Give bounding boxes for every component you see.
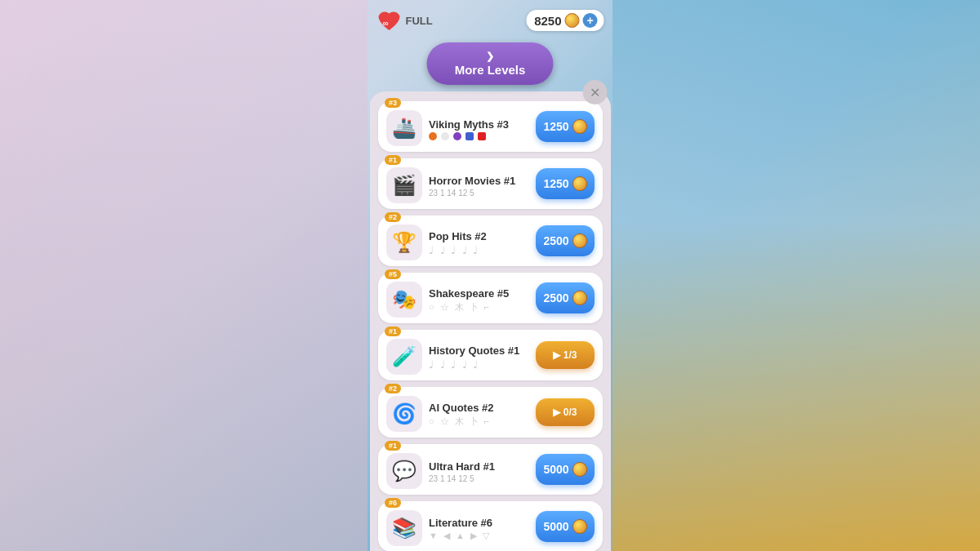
coin-icon bbox=[572, 291, 586, 305]
level-icon: 🧪 bbox=[386, 339, 422, 375]
level-info: Shakespeare #5○ ☆ 木 卜 ⌐ bbox=[429, 282, 529, 313]
level-icon: 🚢 bbox=[386, 110, 422, 146]
level-icon: 📚 bbox=[386, 510, 422, 546]
list-item: #1🎬Horror Movies #123 1 14 12 51250 bbox=[378, 158, 603, 209]
header: ∞ FULL 8250 + bbox=[370, 0, 611, 41]
list-item: #1🧪History Quotes #1♩ ♩ ♩ ♩ ♩▶ 1/3 bbox=[378, 330, 603, 380]
level-icon: 🌀 bbox=[386, 396, 422, 432]
level-sub: ▼ ◀ ▲ ▶ ▽ bbox=[429, 531, 529, 541]
level-badge: #2 bbox=[385, 212, 401, 222]
dot-icon bbox=[478, 132, 486, 140]
list-item: #6📚Literature #6▼ ◀ ▲ ▶ ▽5000 bbox=[378, 501, 603, 551]
reward-button[interactable]: 2500 bbox=[536, 282, 595, 313]
level-name: Ultra Hard #1 bbox=[429, 460, 529, 473]
level-info: Viking Myths #3 bbox=[429, 113, 529, 140]
coin-icon bbox=[572, 119, 586, 134]
level-sub: 23 1 14 12 5 bbox=[429, 474, 529, 483]
list-item: #2🌀AI Quotes #2○ ☆ 木 卜 ⌐▶ 0/3 bbox=[378, 387, 603, 438]
reward-button[interactable]: 1250 bbox=[536, 168, 595, 199]
level-info: Pop Hits #2♩ ♩ ♩ ♩ ♩ bbox=[429, 225, 529, 256]
chevron-down-icon: ❯ bbox=[486, 51, 494, 62]
level-badge: #3 bbox=[385, 98, 401, 108]
main-panel: ∞ FULL 8250 + ❯ More Levels ✕ #3🚢Viking … bbox=[370, 0, 611, 551]
more-levels-label: More Levels bbox=[455, 63, 526, 77]
level-name: Viking Myths #3 bbox=[429, 118, 529, 131]
close-button[interactable]: ✕ bbox=[583, 80, 608, 104]
list-item: #5🎭Shakespeare #5○ ☆ 木 卜 ⌐2500 bbox=[378, 273, 603, 323]
level-info: History Quotes #1♩ ♩ ♩ ♩ ♩ bbox=[429, 340, 529, 371]
coin-icon bbox=[572, 519, 586, 534]
reward-button[interactable]: 5000 bbox=[536, 511, 595, 542]
level-badge: #6 bbox=[385, 498, 401, 508]
level-sub bbox=[429, 132, 529, 140]
dot-icon bbox=[453, 132, 461, 140]
close-icon: ✕ bbox=[590, 85, 600, 100]
dot-icon bbox=[466, 132, 474, 140]
level-info: Literature #6▼ ◀ ▲ ▶ ▽ bbox=[429, 512, 529, 541]
coins-area: 8250 + bbox=[526, 10, 604, 31]
level-info: Ultra Hard #123 1 14 12 5 bbox=[429, 455, 529, 483]
level-name: History Quotes #1 bbox=[429, 344, 529, 357]
level-sub: ○ ☆ 木 卜 ⌐ bbox=[429, 301, 529, 313]
level-sub: ♩ ♩ ♩ ♩ ♩ bbox=[429, 358, 529, 371]
level-icon: 💬 bbox=[386, 453, 422, 489]
level-icon: 🎭 bbox=[386, 282, 422, 318]
reward-button[interactable]: 2500 bbox=[536, 225, 595, 256]
level-badge: #2 bbox=[385, 384, 401, 393]
level-badge: #1 bbox=[385, 327, 401, 336]
more-levels-button[interactable]: ❯ More Levels bbox=[427, 42, 554, 85]
lives-area: ∞ FULL bbox=[376, 8, 433, 33]
level-badge: #1 bbox=[385, 155, 401, 165]
level-icon: 🏆 bbox=[386, 224, 422, 260]
reward-button[interactable]: ▶ 0/3 bbox=[536, 398, 595, 426]
level-name: Horror Movies #1 bbox=[429, 175, 529, 187]
level-sub: ♩ ♩ ♩ ♩ ♩ bbox=[429, 244, 529, 256]
svg-text:∞: ∞ bbox=[383, 19, 389, 28]
coin-icon bbox=[565, 13, 580, 28]
level-name: AI Quotes #2 bbox=[429, 402, 529, 414]
coins-value: 8250 bbox=[534, 14, 561, 28]
coin-icon bbox=[572, 176, 586, 191]
coin-icon bbox=[572, 233, 586, 248]
list-item: #3🚢Viking Myths #31250 bbox=[378, 101, 603, 152]
dot-icon bbox=[429, 132, 437, 140]
level-sub: ○ ☆ 木 卜 ⌐ bbox=[429, 415, 529, 428]
level-list[interactable]: #3🚢Viking Myths #31250#1🎬Horror Movies #… bbox=[370, 91, 611, 551]
list-item: #2🏆Pop Hits #2♩ ♩ ♩ ♩ ♩2500 bbox=[378, 216, 603, 266]
bg-right bbox=[612, 0, 980, 551]
reward-button[interactable]: ▶ 1/3 bbox=[536, 341, 595, 369]
level-info: Horror Movies #123 1 14 12 5 bbox=[429, 170, 529, 198]
dot-icon bbox=[441, 132, 449, 140]
level-info: AI Quotes #2○ ☆ 木 卜 ⌐ bbox=[429, 397, 529, 428]
lives-label: FULL bbox=[406, 15, 433, 27]
coin-icon bbox=[572, 462, 586, 477]
level-name: Pop Hits #2 bbox=[429, 230, 529, 242]
level-sub: 23 1 14 12 5 bbox=[429, 189, 529, 198]
level-name: Literature #6 bbox=[429, 517, 529, 529]
level-badge: #5 bbox=[385, 269, 401, 279]
reward-button[interactable]: 1250 bbox=[536, 111, 595, 142]
level-badge: #1 bbox=[385, 441, 401, 451]
list-item: #1💬Ultra Hard #123 1 14 12 55000 bbox=[378, 444, 603, 495]
add-coins-button[interactable]: + bbox=[583, 13, 598, 28]
reward-button[interactable]: 5000 bbox=[536, 454, 595, 485]
heart-icon: ∞ bbox=[376, 8, 403, 33]
level-name: Shakespeare #5 bbox=[429, 287, 529, 300]
level-icon: 🎬 bbox=[386, 167, 422, 203]
bg-left bbox=[0, 0, 368, 551]
